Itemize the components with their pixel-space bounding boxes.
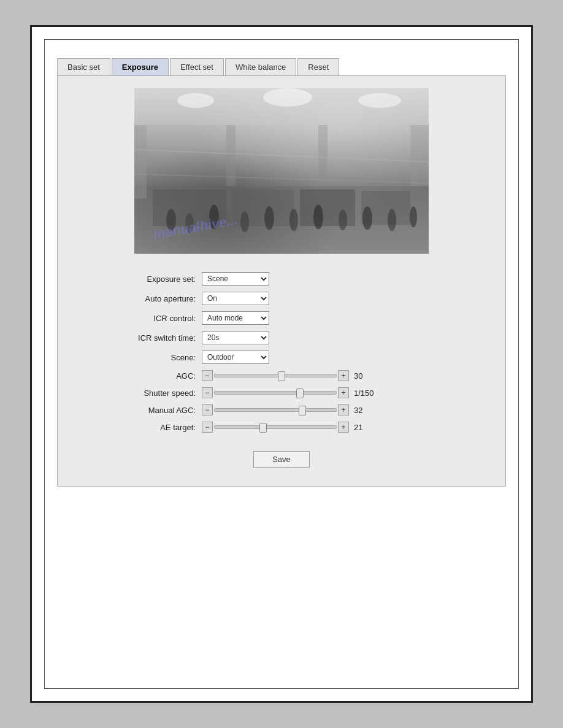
agc-track[interactable] (214, 374, 337, 377)
icr-control-row: ICR control: Auto mode Day mode Night mo… (107, 311, 493, 325)
svg-point-10 (185, 213, 194, 233)
ae-target-plus-button[interactable]: + (338, 422, 349, 433)
manual-agc-thumb[interactable] (299, 406, 306, 415)
svg-point-12 (240, 211, 249, 232)
svg-point-2 (263, 88, 312, 107)
agc-label: AGC: (107, 371, 196, 381)
svg-rect-22 (318, 125, 327, 186)
svg-point-14 (289, 209, 298, 231)
shutter-plus-button[interactable]: + (338, 387, 349, 398)
manual-agc-minus-button[interactable]: − (202, 404, 213, 415)
auto-aperture-row: Auto aperture: On Off (107, 292, 493, 305)
exposure-set-row: Exposure set: Scene Manual Auto (107, 272, 493, 286)
svg-rect-20 (134, 125, 147, 199)
svg-point-19 (410, 207, 417, 227)
svg-point-9 (166, 209, 176, 231)
content-panel: manualhive... Exposure set: Scene Manual… (57, 76, 506, 487)
svg-point-15 (313, 205, 323, 229)
tab-exposure[interactable]: Exposure (112, 58, 169, 75)
ae-target-thumb[interactable] (259, 423, 267, 433)
outer-border: Basic set Exposure Effect set White bala… (30, 25, 533, 703)
icr-switch-time-label: ICR switch time: (107, 333, 196, 343)
svg-line-24 (134, 150, 429, 162)
exposure-set-select[interactable]: Scene Manual Auto (202, 272, 269, 286)
shutter-speed-value: 1/150 (354, 389, 378, 398)
manual-agc-value: 32 (354, 406, 378, 415)
ae-target-track[interactable] (214, 425, 337, 429)
save-button[interactable]: Save (253, 451, 310, 468)
svg-point-1 (177, 93, 214, 108)
svg-point-16 (339, 210, 347, 230)
svg-point-11 (209, 205, 219, 229)
svg-point-3 (358, 93, 401, 108)
ae-target-row: AE target: − + 21 (107, 422, 493, 433)
svg-point-17 (362, 207, 372, 230)
agc-value: 30 (354, 371, 378, 381)
tab-reset[interactable]: Reset (297, 58, 339, 75)
agc-plus-button[interactable]: + (338, 370, 349, 381)
inner-border: Basic set Exposure Effect set White bala… (44, 39, 519, 689)
svg-rect-23 (410, 125, 429, 186)
scene-svg (134, 88, 429, 254)
form-area: Exposure set: Scene Manual Auto Auto ape… (107, 272, 493, 433)
manual-agc-label: Manual AGC: (107, 406, 196, 415)
shutter-speed-row: Shutter speed: − + 1/150 (107, 387, 493, 398)
camera-image-inner: manualhive... (134, 88, 429, 254)
manual-agc-plus-button[interactable]: + (338, 404, 349, 415)
camera-preview: manualhive... (134, 88, 429, 254)
scene-row: Scene: Outdoor Indoor Custom (107, 351, 493, 364)
ae-target-label: AE target: (107, 423, 196, 432)
agc-row: AGC: − + 30 (107, 370, 493, 381)
manual-agc-row: Manual AGC: − + 32 (107, 404, 493, 415)
tab-effect-set[interactable]: Effect set (170, 58, 224, 75)
shutter-speed-label: Shutter speed: (107, 389, 196, 398)
ae-target-minus-button[interactable]: − (202, 422, 213, 433)
tab-bar: Basic set Exposure Effect set White bala… (57, 58, 506, 76)
scene-label: Scene: (107, 353, 196, 362)
agc-minus-button[interactable]: − (202, 370, 213, 381)
scene-select[interactable]: Outdoor Indoor Custom (202, 351, 269, 364)
exposure-set-label: Exposure set: (107, 275, 196, 284)
save-row: Save (70, 451, 493, 468)
shutter-thumb[interactable] (296, 389, 304, 398)
svg-point-13 (264, 207, 274, 230)
auto-aperture-label: Auto aperture: (107, 294, 196, 303)
icr-control-select[interactable]: Auto mode Day mode Night mode (202, 311, 269, 325)
icr-control-label: ICR control: (107, 314, 196, 323)
svg-line-25 (134, 174, 429, 183)
icr-switch-time-select[interactable]: 20s 10s 30s 60s (202, 331, 269, 344)
icr-switch-time-row: ICR switch time: 20s 10s 30s 60s (107, 331, 493, 344)
tab-basic-set[interactable]: Basic set (57, 58, 110, 75)
svg-point-18 (388, 209, 396, 231)
auto-aperture-select[interactable]: On Off (202, 292, 269, 305)
tab-white-balance[interactable]: White balance (225, 58, 296, 75)
shutter-track[interactable] (214, 391, 337, 395)
manual-agc-track[interactable] (214, 408, 337, 412)
shutter-minus-button[interactable]: − (202, 387, 213, 398)
ae-target-value: 21 (354, 423, 378, 432)
agc-thumb[interactable] (278, 371, 285, 381)
